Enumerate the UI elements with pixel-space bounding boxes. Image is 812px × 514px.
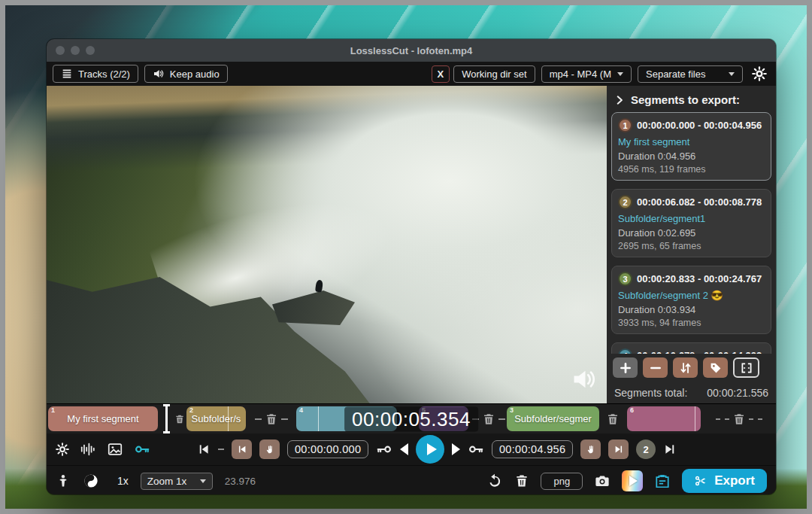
plus-icon xyxy=(619,361,632,375)
yin-yang-icon[interactable] xyxy=(83,473,99,489)
speaker-icon xyxy=(153,68,165,80)
keyframe-cut-icon[interactable] xyxy=(134,441,150,458)
segments-header-label: Segments to export: xyxy=(631,93,740,106)
current-time-display: 00:00:05.354 xyxy=(344,406,478,431)
split-segment-button[interactable] xyxy=(733,357,759,378)
step-forward-button[interactable] xyxy=(452,443,460,455)
play-icon xyxy=(427,443,437,455)
chevron-down-icon xyxy=(617,72,623,76)
timeline[interactable]: 1 My first segment 2 Subfolder/s 4 00: xyxy=(47,403,776,433)
segment-number-badge: 1 xyxy=(618,118,632,132)
segment-name: Subfolder/segment 2 😎 xyxy=(618,290,765,301)
zoom-select[interactable]: Zoom 1x xyxy=(141,473,213,490)
timeline-segment-3[interactable]: 3 Subfolder/segmer xyxy=(507,406,599,431)
export-button[interactable]: Export xyxy=(682,469,767,493)
play-icon xyxy=(629,476,638,486)
sort-segments-button[interactable] xyxy=(673,357,698,378)
segment-card-4[interactable]: 4 00:00:10.678 - 00:00:14.933 xyxy=(611,342,771,354)
segment-duration: Duration 0:03.934 xyxy=(618,304,765,315)
timeline-segment-2[interactable]: 2 Subfolder/s xyxy=(186,406,246,431)
play-count-button[interactable]: 2 xyxy=(636,439,656,459)
keep-audio-button[interactable]: Keep audio xyxy=(144,65,228,83)
top-toolbar: Tracks (2/2) Keep audio X Working dir se… xyxy=(47,62,776,86)
timeline-gap xyxy=(704,404,774,433)
losslesscut-window: LosslessCut - lofoten.mp4 Tracks (2/2) K… xyxy=(47,39,776,494)
close-icon: X xyxy=(438,68,444,80)
label-segment-button[interactable] xyxy=(703,357,728,378)
segment-list: 1 00:00:00.000 - 00:00:04.956 My first s… xyxy=(611,112,771,354)
export-options-clipboard-icon[interactable] xyxy=(654,473,671,489)
cut-end-time-input[interactable]: 00:00:04.956 xyxy=(492,440,573,458)
playback-speed[interactable]: 1x xyxy=(117,475,129,487)
seek-next-keyframe-icon[interactable] xyxy=(468,441,484,458)
window-title: LosslessCut - lofoten.mp4 xyxy=(47,45,776,56)
tracks-button[interactable]: Tracks (2/2) xyxy=(53,65,138,83)
volume-indicator-icon xyxy=(571,366,598,393)
video-preview[interactable] xyxy=(47,86,607,403)
trash-icon[interactable] xyxy=(732,412,746,426)
trash-icon[interactable] xyxy=(482,412,495,426)
chevron-down-icon xyxy=(200,479,206,483)
segments-sidebar: Segments to export: 1 00:00:00.000 - 00:… xyxy=(607,86,776,403)
working-dir-label: Working dir set xyxy=(462,68,526,80)
segments-total-label: Segments total: xyxy=(614,387,687,399)
step-back-button[interactable] xyxy=(400,443,408,455)
output-format-select[interactable]: mp4 - MP4 (M xyxy=(541,65,632,83)
tracks-label: Tracks (2/2) xyxy=(78,68,130,80)
chevron-down-icon xyxy=(729,72,735,76)
playhead-cursor[interactable] xyxy=(165,404,168,433)
cut-start-time-input[interactable]: 00:00:00.000 xyxy=(287,440,368,458)
capture-format-button[interactable]: png xyxy=(541,473,583,490)
timeline-segment-6[interactable]: 6 xyxy=(627,406,701,431)
trash-icon[interactable] xyxy=(265,412,278,426)
segment-number-badge: 4 xyxy=(618,348,632,354)
segments-total: Segments total: 00:00:21.556 xyxy=(611,382,771,400)
remove-segment-button[interactable] xyxy=(643,357,668,378)
delete-source-trash-icon[interactable] xyxy=(514,473,529,488)
segments-mode-value: Separate files xyxy=(646,68,706,80)
timeline-settings-gear-icon[interactable] xyxy=(56,443,69,456)
segment-range: 00:00:06.082 - 00:00:08.778 xyxy=(637,196,762,208)
segment-number-badge: 2 xyxy=(618,195,632,209)
segment-card-1[interactable]: 1 00:00:00.000 - 00:00:04.956 My first s… xyxy=(611,112,771,181)
segments-mode-select[interactable]: Separate files xyxy=(638,65,743,83)
scissors-icon xyxy=(694,474,707,488)
jump-cut-start-button[interactable] xyxy=(232,439,252,459)
play-button[interactable] xyxy=(416,435,444,464)
screenshot-frame: LosslessCut - lofoten.mp4 Tracks (2/2) K… xyxy=(0,0,812,514)
framerate-value: 23.976 xyxy=(225,476,256,487)
hand-icon xyxy=(586,444,596,455)
timeline-segment-1[interactable]: 1 My first segment xyxy=(48,406,158,431)
tracks-icon xyxy=(61,68,73,80)
thumbnails-mode-icon[interactable] xyxy=(107,441,123,458)
settings-button[interactable] xyxy=(749,66,770,81)
rotate-icon[interactable] xyxy=(486,473,503,489)
zoom-value: Zoom 1x xyxy=(147,476,187,487)
waveform-mode-icon[interactable] xyxy=(80,441,96,458)
segments-total-value: 00:00:21.556 xyxy=(707,387,768,399)
clear-working-dir-button[interactable]: X xyxy=(432,65,450,83)
camera-snapshot-icon[interactable] xyxy=(594,473,611,489)
jump-file-end-icon[interactable] xyxy=(663,443,677,456)
hand-icon xyxy=(265,444,275,455)
seek-prev-keyframe-icon[interactable] xyxy=(376,441,392,458)
trash-icon[interactable] xyxy=(606,412,620,426)
trash-icon[interactable] xyxy=(174,414,185,424)
output-format-value: mp4 - MP4 (M xyxy=(550,68,611,80)
jump-cut-end-button[interactable] xyxy=(608,439,629,459)
accessibility-person-icon[interactable] xyxy=(56,473,71,488)
segment-card-2[interactable]: 2 00:00:06.082 - 00:00:08.778 Subfolder/… xyxy=(611,189,771,257)
set-cut-end-button[interactable] xyxy=(580,439,601,459)
app-rainbow-play-icon[interactable] xyxy=(622,470,643,491)
set-cut-start-button[interactable] xyxy=(259,439,280,459)
bottom-bar: 1x Zoom 1x 23.976 png Export xyxy=(47,465,776,494)
add-segment-button[interactable] xyxy=(613,357,638,378)
segment-card-3[interactable]: 3 00:00:20.833 - 00:00:24.767 Subfolder/… xyxy=(611,266,771,334)
transport-controls: 00:00:00.000 00:00:04.956 2 xyxy=(47,433,776,465)
jump-file-start-icon[interactable] xyxy=(197,443,211,456)
sort-numeric-icon xyxy=(679,361,692,375)
segments-header[interactable]: Segments to export: xyxy=(611,90,771,112)
chevron-right-icon xyxy=(614,95,625,105)
keep-audio-label: Keep audio xyxy=(170,68,220,80)
working-dir-button[interactable]: Working dir set xyxy=(453,65,535,83)
